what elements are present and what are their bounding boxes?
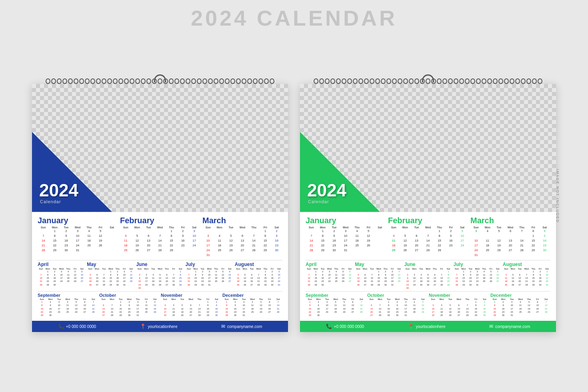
side-label-right: IMAGE NOT INCLUDED: [556, 169, 560, 223]
location-icon: 📍: [140, 324, 146, 329]
spiral-binding-blue: [32, 78, 288, 84]
footer-website-green: ✉ companyname.com: [489, 324, 530, 329]
phone-icon-green: 📞: [326, 324, 332, 329]
month-february-blue: February SunMonTueWedThuFriSat 123 45678…: [120, 216, 200, 258]
cal-body-green: January SunMonTueWedThuFriSat 12345 7891…: [300, 212, 556, 319]
month-january-green: January SunMonTueWedThuFriSat 12345 7891…: [306, 216, 386, 258]
cal-body-blue: January SunMonTueWedThuFriSat 12345 7891…: [32, 212, 288, 319]
blue-calendar: 2024 Calendar January SunMonTueWedThuFri…: [32, 84, 288, 332]
phone-icon: 📞: [58, 324, 64, 329]
bot-months-blue: September SunMonTueWedThuFriSat 1234567 …: [38, 293, 282, 317]
footer-location-blue: 📍 yourlocationhere: [140, 324, 178, 329]
spiral-binding-green: [300, 78, 556, 84]
footer-location-green: 📍 yourlocationhere: [408, 324, 446, 329]
footer-website-blue: ✉ companyname.com: [221, 324, 262, 329]
mid-months-green: April SunMonTueWedThuFriSat 123456 78910…: [306, 262, 550, 290]
email-icon-green: ✉: [489, 324, 493, 329]
footer-phone-green: 📞 +0 000 000 0000: [326, 324, 364, 329]
footer-green: 📞 +0 000 000 0000 📍 yourlocationhere ✉ c…: [300, 321, 556, 332]
bot-months-green: September SunMonTueWedThuFriSat 1234567 …: [306, 293, 550, 317]
email-icon: ✉: [221, 324, 225, 329]
footer-blue: 📞 +0 000 000 0000 📍 yourlocationhere ✉ c…: [32, 321, 288, 332]
photo-area-blue: 2024 Calendar: [32, 84, 288, 212]
green-calendar: 2024 Calendar January SunMonTueWedThuFri…: [300, 84, 556, 332]
month-february-green: February SunMonTueWedThuFriSat 123 45678…: [388, 216, 468, 258]
month-march-green: March SunMonTueWedThuFriSat 3456789 12 1…: [470, 216, 550, 258]
photo-area-green: 2024 Calendar: [300, 84, 556, 212]
month-march-blue: March SunMonTueWedThuFriSat 12 3456789 1…: [202, 216, 282, 258]
mid-months-blue: April SunMonTueWedThuFriSat 123456 78910…: [38, 262, 282, 290]
location-icon-green: 📍: [408, 324, 414, 329]
footer-phone-blue: 📞 +0 000 000 0000: [58, 324, 96, 329]
month-january-blue: January SunMonTueWedThuFriSat 12345 7891…: [38, 216, 118, 258]
